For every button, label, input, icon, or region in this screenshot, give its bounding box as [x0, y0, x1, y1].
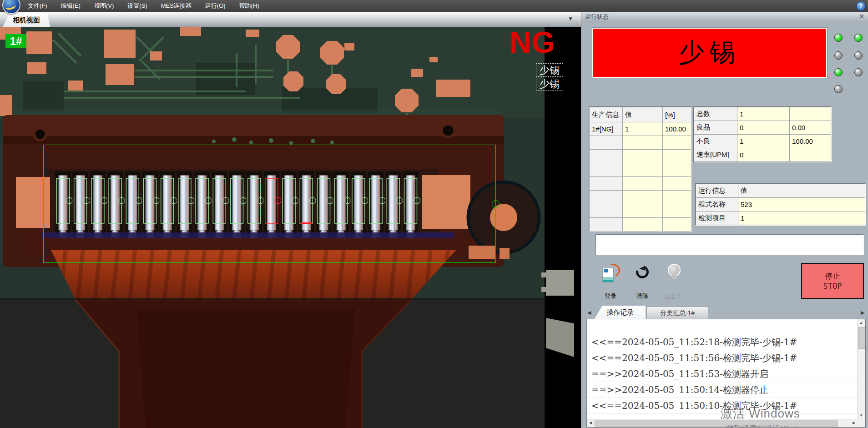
summary-cell: 0	[737, 148, 790, 162]
production-cell	[590, 191, 623, 204]
production-cell	[663, 218, 691, 232]
camera-viewport: 1# NG 少锡少锡	[0, 27, 581, 428]
menu-item[interactable]: 帮助(H)	[232, 0, 266, 12]
status-panel: 运行状态 ✕ 少锡 生产信息值[%]1#[NG]1100.00 总数1良品00.…	[581, 12, 868, 428]
menu-item[interactable]: 设置(S)	[121, 0, 154, 12]
scroll-down-icon[interactable]: ▼	[858, 412, 865, 419]
login-badge-icon	[596, 264, 625, 285]
menu-item[interactable]: 视图(V)	[87, 0, 121, 12]
run-cell: 检测项目	[696, 211, 738, 225]
tab-classification-summary[interactable]: 分类汇总-1#	[646, 307, 708, 319]
production-cell	[663, 150, 691, 163]
production-cell	[590, 218, 623, 232]
tab-scroll-left-icon[interactable]: ◀	[587, 310, 591, 316]
production-cell	[623, 191, 663, 204]
scrollbar-corner	[858, 419, 865, 427]
production-cell	[663, 163, 691, 177]
result-banner: 少锡	[593, 29, 826, 77]
led-bulb-icon	[660, 264, 689, 285]
aoi-application-window: 文件(F)编辑(E)视图(V)设置(S)MES连接器运行(O)帮助(H) ? 相…	[0, 0, 868, 428]
stop-button-label-cn: 停止	[825, 271, 840, 282]
clear-button[interactable]: 清除	[628, 263, 657, 302]
vertical-scroll-thumb[interactable]	[858, 327, 865, 349]
yield-summary-table: 总数1良品00.00不良1100.00速率[UPM]0	[693, 106, 832, 162]
production-cell	[663, 204, 691, 218]
production-cell	[590, 136, 623, 150]
status-panel-titlebar: 运行状态 ✕	[581, 12, 868, 22]
production-cell	[590, 204, 623, 218]
scroll-left-icon[interactable]: ◀	[587, 419, 594, 427]
log-spacer	[587, 319, 857, 334]
log-entry: <<==2024-05-05_11:51:56-检测完毕-少锡-1#	[587, 350, 857, 366]
summary-cell: 速率[UPM]	[694, 148, 737, 162]
defect-label: 少锡	[536, 77, 563, 91]
clear-button-label: 清除	[628, 292, 657, 300]
summary-cell: 0.00	[790, 121, 831, 135]
stop-button-label-en: STOP	[823, 282, 842, 291]
status-led-gray	[854, 51, 863, 60]
stop-button[interactable]: 停止 STOP	[801, 263, 864, 299]
summary-cell: 良品	[694, 121, 737, 135]
production-cell	[623, 163, 663, 177]
defect-label: 少锡	[536, 63, 563, 77]
run-cell: 值	[738, 184, 865, 198]
status-led-green	[854, 34, 863, 42]
login-button[interactable]: 登录	[596, 263, 625, 302]
production-cell: 1	[623, 122, 663, 136]
login-button-label: 登录	[596, 292, 625, 300]
production-cell	[623, 218, 663, 232]
menu-item[interactable]: 编辑(E)	[54, 0, 87, 12]
status-panel-title: 运行状态	[585, 12, 609, 22]
camera-index-badge: 1#	[5, 34, 26, 48]
status-led-gray	[854, 68, 863, 76]
production-cell: 1#[NG]	[590, 122, 623, 136]
clear-arrow-icon	[628, 264, 657, 285]
help-icon[interactable]: ?	[856, 1, 866, 11]
scroll-right-icon[interactable]: ▶	[850, 419, 858, 427]
menu-item[interactable]: 运行(O)	[198, 0, 232, 12]
production-info-table: 生产信息值[%]1#[NG]1100.00	[589, 106, 692, 232]
tab-operation-log[interactable]: 操作记录	[595, 306, 646, 319]
summary-cell: 不良	[694, 135, 737, 148]
summary-cell	[790, 148, 831, 162]
led-light-button[interactable]: LED 灯	[660, 263, 689, 302]
summary-cell: 100.00	[790, 135, 831, 148]
tab-camera-view[interactable]: 相机视图	[3, 13, 50, 27]
production-cell	[663, 177, 691, 191]
summary-cell: 1	[737, 135, 790, 148]
log-vertical-scrollbar[interactable]: ▲ ▼	[857, 319, 865, 419]
tab-dropdown-arrow-icon[interactable]: ▼	[568, 15, 573, 22]
log-line-list: <<==2024-05-05_11:52:18-检测完毕-少锡-1#<<==20…	[587, 319, 857, 419]
production-cell	[623, 204, 663, 218]
operation-log-box: <<==2024-05-05_11:52:18-检测完毕-少锡-1#<<==20…	[586, 319, 866, 428]
led-button-label: LED 灯	[660, 292, 689, 300]
production-cell: 100.00	[663, 122, 691, 136]
roi-notch-marker	[492, 200, 500, 208]
production-cell	[663, 136, 691, 150]
summary-cell: 总数	[694, 107, 737, 121]
production-cell: 生产信息	[590, 107, 623, 122]
menu-bar: 文件(F)编辑(E)视图(V)设置(S)MES连接器运行(O)帮助(H) ?	[0, 0, 868, 12]
status-led-gray	[834, 51, 843, 60]
log-entry: <<==2024-05-05_11:52:18-检测完毕-少锡-1#	[587, 334, 857, 350]
production-cell	[623, 177, 663, 191]
tab-scroll-right-icon[interactable]: ▶	[861, 310, 864, 316]
run-cell: 运行信息	[696, 184, 738, 198]
production-cell	[590, 150, 623, 163]
log-tab-strip: ◀ 操作记录 分类汇总-1# ▶	[581, 306, 868, 319]
scroll-up-icon[interactable]: ▲	[858, 319, 865, 327]
run-info-table: 运行信息值程式名称523检测项目1	[695, 183, 866, 226]
run-cell: 1	[738, 211, 865, 225]
inspection-result-text: NG	[510, 27, 555, 60]
close-icon[interactable]: ✕	[859, 13, 864, 20]
inspection-roi-box	[43, 145, 496, 263]
menu-item[interactable]: MES连接器	[154, 0, 198, 12]
production-cell	[590, 177, 623, 191]
menu-item[interactable]: 文件(F)	[21, 0, 54, 12]
result-banner-frame: 少锡	[592, 27, 828, 78]
production-cell	[623, 150, 663, 163]
production-cell	[590, 163, 623, 177]
windows-activation-watermark: 激活 Windows 转到“设置”以激活 Windows	[721, 406, 809, 428]
production-cell: [%]	[663, 107, 691, 122]
menu-items: 文件(F)编辑(E)视图(V)设置(S)MES连接器运行(O)帮助(H)	[21, 0, 266, 12]
